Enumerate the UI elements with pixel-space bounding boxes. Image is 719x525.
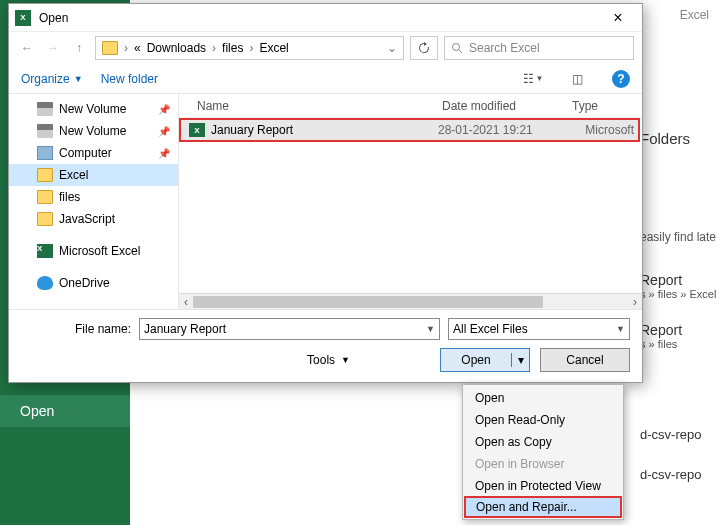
column-headers: Name Date modified Type xyxy=(179,94,642,118)
tree-item-label: OneDrive xyxy=(59,276,110,290)
bg-csv-1: d-csv-repo xyxy=(640,427,701,442)
open-button-label: Open xyxy=(441,353,511,367)
menu-item-open-read-only[interactable]: Open Read-Only xyxy=(465,409,621,431)
folder-tree: New Volume📌New Volume📌Computer📌Excelfile… xyxy=(9,94,179,309)
toolbar: Organize▼ New folder ☷▼ ◫ ? xyxy=(9,64,642,94)
menu-item-open[interactable]: Open xyxy=(465,387,621,409)
svg-point-0 xyxy=(453,44,460,51)
tree-item-new-volume[interactable]: New Volume📌 xyxy=(9,98,178,120)
preview-pane-button[interactable]: ◫ xyxy=(564,68,590,90)
tree-item-microsoft-excel[interactable]: XMicrosoft Excel xyxy=(9,240,178,262)
file-date: 28-01-2021 19:21 xyxy=(438,123,568,137)
bg-csv-2: d-csv-repo xyxy=(640,467,701,482)
file-list-pane: Name Date modified Type X January Report… xyxy=(179,94,642,309)
folder-icon xyxy=(37,212,53,226)
chevron-icon: › xyxy=(124,41,128,55)
tree-item-label: JavaScript xyxy=(59,212,115,226)
chevron-down-icon: ▼ xyxy=(616,324,625,334)
chevron-down-icon[interactable]: ⌄ xyxy=(387,41,397,55)
tree-item-onedrive[interactable]: OneDrive xyxy=(9,272,178,294)
file-row-january-report[interactable]: X January Report 28-01-2021 19:21 Micros… xyxy=(179,118,640,142)
bg-heading-report1: Report xyxy=(640,272,682,288)
tools-menu[interactable]: Tools▼ xyxy=(307,353,350,367)
file-type: Microsoft xyxy=(568,123,638,137)
chevron-down-icon: ▼ xyxy=(341,355,350,365)
tree-item-new-volume[interactable]: New Volume📌 xyxy=(9,120,178,142)
crumb-ellipsis[interactable]: « xyxy=(134,41,141,55)
chevron-icon: › xyxy=(212,41,216,55)
excel-title: Excel xyxy=(680,8,709,22)
cancel-button[interactable]: Cancel xyxy=(540,348,630,372)
backstage-open-item[interactable]: Open xyxy=(0,395,130,427)
breadcrumb-bar[interactable]: › « Downloads › files › Excel ⌄ xyxy=(95,36,404,60)
tree-item-label: Microsoft Excel xyxy=(59,244,140,258)
refresh-icon xyxy=(418,42,430,54)
crumb-excel[interactable]: Excel xyxy=(259,41,288,55)
view-layout-button[interactable]: ☷▼ xyxy=(520,68,546,90)
up-button[interactable]: ↑ xyxy=(69,41,89,55)
tree-item-label: New Volume xyxy=(59,102,126,116)
pc-icon xyxy=(37,146,53,160)
menu-item-open-and-repair[interactable]: Open and Repair... xyxy=(464,496,622,518)
folder-icon xyxy=(37,190,53,204)
scroll-left-icon[interactable]: ‹ xyxy=(179,294,193,310)
organize-menu[interactable]: Organize▼ xyxy=(21,72,83,86)
tree-item-label: files xyxy=(59,190,80,204)
crumb-files[interactable]: files xyxy=(222,41,243,55)
chevron-icon: › xyxy=(249,41,253,55)
chevron-down-icon[interactable]: ▼ xyxy=(426,324,435,334)
onedrive-icon xyxy=(37,276,53,290)
col-type[interactable]: Type xyxy=(572,99,642,113)
help-button[interactable]: ? xyxy=(612,70,630,88)
tree-item-label: New Volume xyxy=(59,124,126,138)
new-folder-button[interactable]: New folder xyxy=(101,72,158,86)
pin-icon: 📌 xyxy=(158,126,170,137)
file-name: January Report xyxy=(211,123,293,137)
folder-icon xyxy=(37,168,53,182)
xl-icon: X xyxy=(37,244,53,258)
search-placeholder: Search Excel xyxy=(469,41,540,55)
tree-item-files[interactable]: files xyxy=(9,186,178,208)
chevron-down-icon: ▼ xyxy=(74,74,83,84)
drive-icon xyxy=(37,124,53,138)
filename-label: File name: xyxy=(21,322,131,336)
scroll-thumb[interactable] xyxy=(193,296,543,308)
col-name[interactable]: Name xyxy=(179,99,442,113)
close-button[interactable]: × xyxy=(600,9,636,27)
forward-button[interactable]: → xyxy=(43,41,63,55)
col-date[interactable]: Date modified xyxy=(442,99,572,113)
search-input[interactable]: Search Excel xyxy=(444,36,634,60)
bg-heading-folders: Folders xyxy=(640,130,690,147)
dialog-title: Open xyxy=(39,11,600,25)
tree-item-computer[interactable]: Computer📌 xyxy=(9,142,178,164)
folder-icon xyxy=(102,41,118,55)
svg-line-1 xyxy=(459,50,462,53)
open-dropdown-menu: OpenOpen Read-OnlyOpen as CopyOpen in Br… xyxy=(462,384,624,520)
refresh-button[interactable] xyxy=(410,36,438,60)
horizontal-scrollbar[interactable]: ‹ › xyxy=(179,293,642,309)
menu-item-open-in-browser: Open in Browser xyxy=(465,453,621,475)
bg-path-report2: s » files xyxy=(640,338,677,350)
pin-icon: 📌 xyxy=(158,148,170,159)
crumb-downloads[interactable]: Downloads xyxy=(147,41,206,55)
bg-heading-report2: Report xyxy=(640,322,682,338)
file-filter-select[interactable]: All Excel Files ▼ xyxy=(448,318,630,340)
dialog-bottom: File name: January Report ▼ All Excel Fi… xyxy=(9,310,642,382)
bg-text-easy: easily find late xyxy=(640,230,716,244)
tree-item-excel[interactable]: Excel xyxy=(9,164,178,186)
scroll-right-icon[interactable]: › xyxy=(628,294,642,310)
filename-input[interactable]: January Report ▼ xyxy=(139,318,440,340)
dialog-body: New Volume📌New Volume📌Computer📌Excelfile… xyxy=(9,94,642,310)
open-dropdown-arrow[interactable]: ▾ xyxy=(511,353,529,367)
pin-icon: 📌 xyxy=(158,104,170,115)
bg-path-report1: s » files » Excel xyxy=(640,288,716,300)
menu-item-open-in-protected-view[interactable]: Open in Protected View xyxy=(465,475,621,497)
nav-bar: ← → ↑ › « Downloads › files › Excel ⌄ Se… xyxy=(9,32,642,64)
back-button[interactable]: ← xyxy=(17,41,37,55)
menu-item-open-as-copy[interactable]: Open as Copy xyxy=(465,431,621,453)
open-split-button[interactable]: Open ▾ xyxy=(440,348,530,372)
search-icon xyxy=(451,42,463,54)
tree-item-javascript[interactable]: JavaScript xyxy=(9,208,178,230)
tree-item-label: Excel xyxy=(59,168,88,182)
tree-item-label: Computer xyxy=(59,146,112,160)
